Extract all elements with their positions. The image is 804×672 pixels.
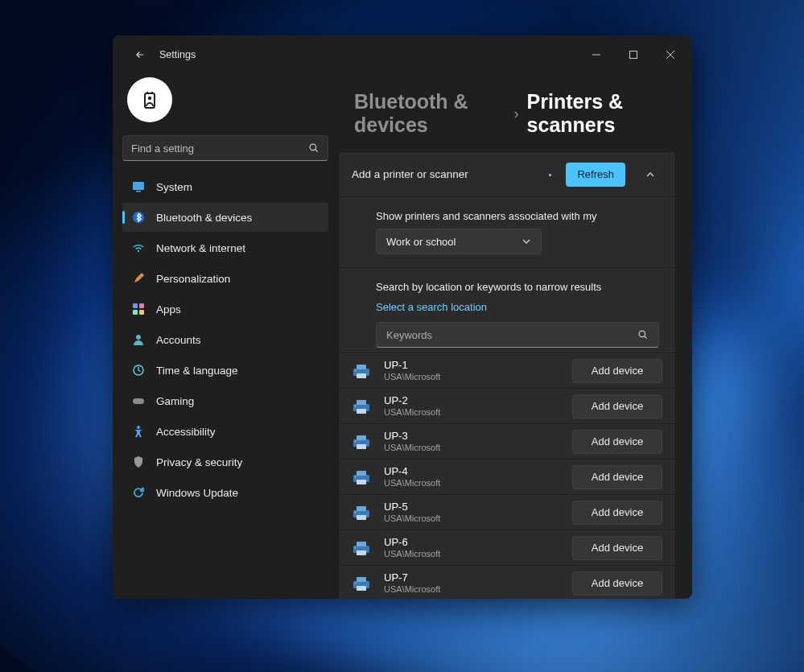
svg-point-21 — [137, 426, 140, 429]
accessibility-icon — [132, 425, 145, 438]
svg-rect-27 — [355, 369, 357, 371]
add-device-button[interactable]: Add device — [572, 394, 662, 418]
svg-rect-20 — [133, 398, 144, 404]
printer-icon — [352, 363, 371, 379]
svg-rect-15 — [139, 303, 144, 308]
search-icon — [308, 142, 320, 154]
printer-icon — [352, 434, 371, 450]
nav-apps[interactable]: Apps — [122, 295, 328, 324]
chevron-up-icon[interactable] — [638, 163, 662, 187]
svg-line-23 — [645, 336, 647, 339]
svg-rect-11 — [136, 191, 141, 192]
printer-org: USA\Microsoft — [384, 443, 572, 453]
nav-update[interactable]: Windows Update — [122, 478, 328, 507]
brush-icon — [132, 272, 145, 285]
avatar[interactable] — [127, 77, 172, 122]
add-device-button[interactable]: Add device — [572, 501, 662, 525]
nav-accounts[interactable]: Accounts — [122, 325, 328, 354]
nav-bluetooth[interactable]: Bluetooth & devices — [122, 203, 328, 232]
maximize-button[interactable] — [615, 42, 652, 68]
main-content: Bluetooth & devices › Printers & scanner… — [338, 74, 692, 599]
scope-select[interactable]: Work or school — [376, 229, 542, 254]
printer-icon — [352, 540, 371, 556]
breadcrumb-parent[interactable]: Bluetooth & devices — [354, 90, 506, 137]
window-title: Settings — [159, 49, 196, 60]
svg-rect-10 — [133, 182, 144, 190]
close-button[interactable] — [652, 42, 689, 68]
printer-org: USA\Microsoft — [384, 549, 572, 559]
nav-personalization[interactable]: Personalization — [122, 264, 328, 293]
nav-system[interactable]: System — [122, 172, 328, 201]
svg-rect-41 — [357, 506, 366, 511]
printer-icon — [352, 469, 371, 485]
svg-rect-47 — [355, 546, 357, 548]
nav-list: System Bluetooth & devices Network & int… — [122, 172, 328, 507]
nav-label: Privacy & security — [156, 456, 242, 468]
svg-rect-31 — [355, 405, 357, 406]
printer-row: UP-2USA\MicrosoftAdd device — [339, 388, 675, 423]
printer-name: UP-3 — [384, 431, 572, 443]
svg-rect-26 — [357, 373, 366, 378]
nav-label: System — [156, 181, 192, 193]
nav-time[interactable]: Time & language — [122, 356, 328, 385]
search-label: Search by location or keywords to narrow… — [376, 281, 659, 293]
nav-label: Gaming — [156, 395, 194, 407]
svg-rect-38 — [357, 480, 366, 484]
svg-rect-14 — [133, 303, 138, 308]
keywords-input[interactable] — [376, 322, 659, 348]
svg-rect-25 — [357, 365, 366, 369]
svg-rect-30 — [357, 409, 366, 414]
svg-point-8 — [310, 144, 316, 150]
filter-scope: Show printers and scanners associated wi… — [339, 197, 675, 268]
svg-point-18 — [136, 335, 141, 340]
printer-row: UP-4USA\MicrosoftAdd device — [339, 459, 675, 494]
nav-accessibility[interactable]: Accessibility — [122, 417, 328, 446]
search-input[interactable] — [122, 135, 328, 161]
printer-row: UP-7USA\MicrosoftAdd device — [339, 565, 675, 599]
add-device-button[interactable]: Add device — [572, 465, 662, 489]
svg-point-5 — [148, 97, 151, 100]
filter-scope-label: Show printers and scanners associated wi… — [376, 210, 659, 222]
printer-icon — [352, 505, 371, 521]
display-icon — [132, 180, 145, 193]
gamepad-icon — [132, 394, 145, 407]
nav-network[interactable]: Network & internet — [122, 233, 328, 262]
svg-rect-17 — [139, 310, 144, 315]
nav-label: Accounts — [156, 334, 201, 346]
nav-privacy[interactable]: Privacy & security — [122, 447, 328, 476]
nav-gaming[interactable]: Gaming — [122, 386, 328, 415]
breadcrumb: Bluetooth & devices › Printers & scanner… — [338, 90, 676, 137]
svg-rect-1 — [630, 52, 637, 59]
filter-search: Search by location or keywords to narrow… — [339, 268, 675, 352]
minimize-button[interactable] — [578, 42, 615, 68]
refresh-button[interactable]: Refresh — [566, 163, 625, 187]
add-printer-panel: Add a printer or scanner • Refresh Show … — [338, 151, 676, 599]
svg-rect-35 — [355, 440, 357, 442]
printer-name: UP-4 — [384, 466, 572, 478]
back-button[interactable] — [127, 42, 153, 68]
printer-row: UP-5USA\MicrosoftAdd device — [339, 494, 675, 530]
printer-name: UP-7 — [384, 572, 572, 584]
add-device-button[interactable]: Add device — [572, 359, 662, 383]
titlebar: Settings — [113, 35, 692, 74]
svg-rect-50 — [357, 586, 366, 591]
svg-rect-39 — [355, 476, 357, 477]
printer-name: UP-2 — [384, 395, 572, 407]
printer-name: UP-6 — [384, 537, 572, 549]
add-device-button[interactable]: Add device — [572, 571, 662, 596]
add-device-button[interactable]: Add device — [572, 430, 662, 454]
panel-header[interactable]: Add a printer or scanner • Refresh — [339, 152, 675, 197]
printer-row: UP-3USA\MicrosoftAdd device — [339, 423, 675, 459]
settings-window: Settings System Bluetooth & devices Netw… — [113, 35, 692, 599]
search-icon — [637, 329, 649, 340]
svg-point-22 — [639, 331, 645, 337]
add-device-button[interactable]: Add device — [572, 536, 662, 560]
nav-label: Accessibility — [156, 426, 216, 438]
person-icon — [132, 333, 145, 346]
nav-label: Apps — [156, 303, 181, 315]
apps-icon — [132, 303, 145, 315]
printer-list: UP-1USA\MicrosoftAdd deviceUP-2USA\Micro… — [339, 352, 675, 599]
printer-org: USA\Microsoft — [384, 372, 572, 382]
printer-name: UP-1 — [384, 360, 572, 372]
select-location-link[interactable]: Select a search location — [376, 301, 487, 313]
